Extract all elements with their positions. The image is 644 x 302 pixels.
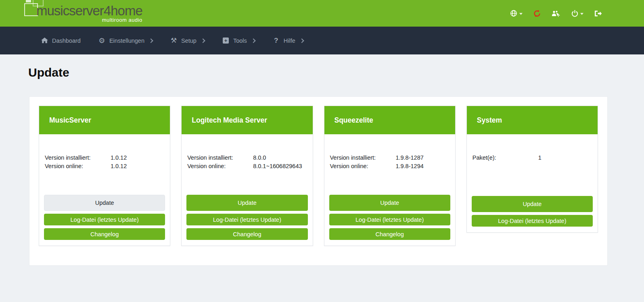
- card-title: MusicServer: [49, 116, 91, 125]
- update-card-logitech-media-server: Logitech Media Server Version installier…: [181, 106, 313, 246]
- nav-item-label: Setup: [181, 37, 197, 44]
- power-icon: [571, 10, 578, 17]
- nav-item-einstellungen[interactable]: Einstellungen: [98, 37, 153, 44]
- version-label: Version online:: [187, 162, 253, 171]
- gear-icon: [98, 37, 105, 44]
- multiroom-users-button[interactable]: [552, 10, 560, 17]
- nav-item-label: Tools: [233, 37, 247, 44]
- chevron-down-icon: [519, 13, 523, 15]
- card-body: Version installiert: 1.0.12 Version onli…: [39, 134, 170, 246]
- logo-square-small: [26, 0, 31, 2]
- update-button[interactable]: Update: [44, 195, 165, 211]
- version-value: 1.0.12: [111, 154, 127, 162]
- version-row: Version installiert: 8.0.0: [187, 154, 307, 162]
- card-body: Version installiert: 1.9.8-1287 Version …: [324, 134, 455, 246]
- card-title: System: [477, 116, 502, 125]
- plus-square-icon: [223, 37, 229, 44]
- power-menu-button[interactable]: [571, 10, 583, 17]
- version-value: 1.9.8-1294: [395, 162, 423, 171]
- card-title: Logitech Media Server: [192, 116, 267, 125]
- version-rows: Version installiert: 8.0.0 Version onlin…: [186, 154, 307, 171]
- logo-title: musicserver4home: [36, 4, 142, 17]
- logfile-button[interactable]: Log-Datei (letztes Update): [472, 215, 593, 227]
- card-header: MusicServer: [39, 106, 170, 134]
- chevron-right-icon: [201, 38, 205, 43]
- globe-icon: [510, 10, 517, 17]
- card-header: Logitech Media Server: [182, 106, 312, 134]
- version-rows: Paket(e): 1: [472, 154, 593, 162]
- language-menu-button[interactable]: [510, 10, 523, 17]
- update-button[interactable]: Update: [186, 195, 307, 211]
- page-title: Update: [28, 66, 644, 79]
- logfile-button[interactable]: Log-Datei (letztes Update): [329, 214, 450, 225]
- version-row: Version online: 1.9.8-1294: [330, 162, 450, 171]
- crossed-tools-icon: [170, 37, 177, 44]
- version-row: Version installiert: 1.9.8-1287: [330, 154, 450, 162]
- version-label: Paket(e):: [473, 154, 538, 162]
- nav-item-hilfe[interactable]: Hilfe: [273, 37, 303, 44]
- chevron-down-icon: [580, 13, 583, 15]
- version-value: 1.0.12: [111, 162, 127, 171]
- users-gear-icon: [552, 10, 560, 17]
- header-actions: [510, 10, 602, 17]
- version-label: Version online:: [330, 162, 396, 171]
- logout-button[interactable]: [594, 10, 602, 17]
- refresh-icon: [533, 10, 541, 17]
- nav-item-label: Dashboard: [52, 37, 81, 44]
- nav-item-setup[interactable]: Setup: [170, 37, 205, 44]
- card-buttons: Update Log-Datei (letztes Update) Change…: [329, 195, 450, 240]
- app-header: musicserver4home multiroom audio: [0, 0, 644, 27]
- logo-square-outline-bottom: [24, 3, 38, 16]
- version-label: Version online:: [45, 162, 111, 171]
- version-rows: Version installiert: 1.9.8-1287 Version …: [329, 154, 450, 171]
- card-buttons: Update Log-Datei (letztes Update) Change…: [186, 195, 307, 240]
- changelog-button[interactable]: Changelog: [44, 228, 165, 240]
- update-card-musicserver: MusicServer Version installiert: 1.0.12 …: [39, 106, 170, 246]
- version-value: 1.9.8-1287: [395, 154, 423, 162]
- logfile-button[interactable]: Log-Datei (letztes Update): [186, 214, 307, 225]
- update-panel: MusicServer Version installiert: 1.0.12 …: [29, 96, 608, 266]
- update-card-squeezelite: Squeezelite Version installiert: 1.9.8-1…: [324, 106, 456, 246]
- main-nav: Dashboard Einstellungen Setup Tools Hilf…: [0, 27, 644, 54]
- logfile-button[interactable]: Log-Datei (letztes Update): [44, 214, 165, 225]
- version-row: Paket(e): 1: [473, 154, 592, 162]
- nav-item-label: Einstellungen: [109, 37, 144, 44]
- version-row: Version online: 1.0.12: [45, 162, 164, 171]
- version-value: 8.0.0: [253, 154, 266, 162]
- question-icon: [273, 37, 280, 44]
- version-value: 8.0.1~1606829643: [253, 162, 302, 171]
- nav-item-tools[interactable]: Tools: [222, 37, 255, 44]
- chevron-right-icon: [251, 38, 255, 43]
- update-card-system: System Paket(e): 1 Update Log-Datei (let…: [466, 106, 598, 233]
- nav-item-label: Hilfe: [284, 37, 295, 44]
- home-icon: [41, 37, 48, 44]
- version-value: 1: [538, 154, 542, 162]
- chevron-right-icon: [299, 38, 304, 43]
- card-header: System: [467, 106, 598, 134]
- refresh-button[interactable]: [533, 10, 541, 17]
- sign-out-icon: [594, 10, 602, 17]
- version-label: Version installiert:: [187, 154, 253, 162]
- chevron-right-icon: [148, 38, 153, 43]
- card-body: Version installiert: 8.0.0 Version onlin…: [182, 134, 312, 246]
- version-row: Version online: 8.0.1~1606829643: [187, 162, 307, 171]
- card-buttons: Update Log-Datei (letztes Update): [472, 196, 593, 227]
- card-title: Squeezelite: [335, 116, 373, 125]
- version-label: Version installiert:: [45, 154, 111, 162]
- update-button[interactable]: Update: [329, 195, 450, 211]
- nav-item-dashboard[interactable]: Dashboard: [41, 37, 81, 44]
- card-header: Squeezelite: [324, 106, 455, 134]
- version-rows: Version installiert: 1.0.12 Version onli…: [44, 154, 165, 171]
- version-label: Version installiert:: [330, 154, 396, 162]
- update-button[interactable]: Update: [472, 196, 593, 212]
- version-row: Version installiert: 1.0.12: [45, 154, 164, 162]
- changelog-button[interactable]: Changelog: [186, 228, 307, 240]
- app-logo: musicserver4home multiroom audio: [24, 4, 142, 23]
- changelog-button[interactable]: Changelog: [329, 228, 450, 240]
- card-body: Paket(e): 1 Update Log-Datei (letztes Up…: [467, 134, 598, 232]
- card-buttons: Update Log-Datei (letztes Update) Change…: [44, 195, 165, 240]
